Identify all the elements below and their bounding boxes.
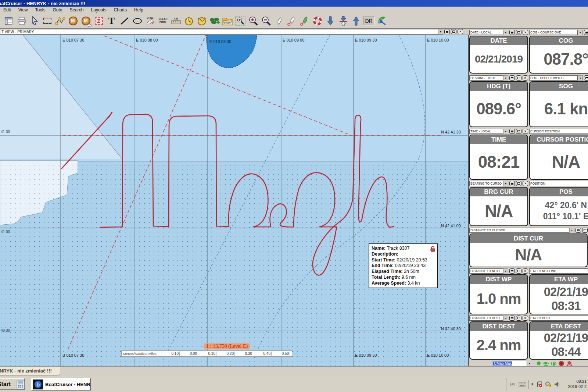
zone-z-icon[interactable]: Z	[92, 14, 105, 28]
arrow-up-icon[interactable]	[349, 14, 362, 28]
home-view-icon[interactable]: HOME	[221, 14, 234, 28]
tray-clock[interactable]: 08:21 2019-02-2	[563, 379, 587, 389]
window-titlebar[interactable]: BoatCruiser - HENRYK - nie zmieniać !!!	[0, 0, 588, 7]
center-vessel-icon[interactable]	[337, 14, 349, 28]
box-minimize-button[interactable]	[584, 30, 588, 35]
box-maximize-button[interactable]	[516, 30, 521, 35]
eta-dest-source-selector[interactable]: ETA TO DEST	[529, 316, 588, 321]
dist-dest-source-selector[interactable]: DISTANCE TO DEST	[469, 316, 503, 321]
box-maximize-button[interactable]	[516, 181, 521, 186]
chart-canvas[interactable]: E 010 07 30 E 010 08 00 E 010 08 30 E 01…	[0, 35, 468, 366]
chart-view-selector[interactable]: T VIEW - PRIMARY	[0, 29, 438, 35]
keyboard-icon[interactable]	[519, 382, 526, 387]
box-close-button[interactable]: ×	[523, 75, 528, 81]
menu-layouts[interactable]: Layouts	[88, 7, 110, 13]
menu-edit[interactable]: Edit	[0, 7, 14, 13]
dist-cur-source-selector[interactable]: DISTANCE TO CURSOR	[469, 228, 569, 233]
chart-view-maximize-button[interactable]	[451, 29, 456, 34]
alert-flag-icon[interactable]	[537, 381, 542, 387]
ellipse-tool-icon[interactable]	[131, 14, 144, 28]
dist-wp-source-selector[interactable]: DISTANCE TO NEXT	[469, 268, 503, 274]
box-minimize-button[interactable]	[576, 228, 581, 233]
route-icon[interactable]	[54, 14, 67, 28]
time-source-selector[interactable]: TIME - LOCAL	[469, 129, 503, 134]
box-maximize-button[interactable]	[582, 228, 588, 233]
menu-view[interactable]: View	[15, 7, 31, 13]
dropdown-arrow-icon[interactable]: ▾	[578, 75, 583, 81]
menu-help[interactable]: Help	[131, 7, 147, 13]
zoom-area-icon[interactable]	[234, 14, 247, 28]
box-close-button[interactable]: ×	[523, 316, 528, 321]
brg-source-selector[interactable]: BEARING TO CURSO	[469, 181, 503, 186]
dropdown-arrow-icon[interactable]: ▾	[503, 316, 508, 321]
mark-m-leaf-icon[interactable]: M	[79, 14, 92, 28]
box-minimize-button[interactable]	[584, 75, 588, 81]
eta-wp-source-selector[interactable]: ETA TO NEXT WP	[529, 268, 588, 274]
radar-icon[interactable]	[375, 14, 388, 28]
dropdown-arrow-icon[interactable]: ▾	[578, 30, 583, 35]
quick-launch-calculator-icon[interactable]	[16, 380, 25, 391]
hdg-source-selector[interactable]: HEADING - TRUE	[469, 75, 503, 81]
box-minimize-button[interactable]	[509, 129, 515, 134]
menu-search[interactable]: Search	[67, 7, 87, 13]
date-source-selector[interactable]: DATE - LOCAL	[469, 30, 503, 35]
chart-table-icon[interactable]	[2, 14, 15, 28]
boat-outline-icon[interactable]	[272, 14, 285, 28]
box-minimize-button[interactable]	[509, 75, 515, 81]
chart-view-close-button[interactable]: ×	[458, 29, 463, 34]
cursor-position-source-selector[interactable]: CURSOR POSITION	[529, 129, 588, 134]
box-close-button[interactable]: ×	[523, 129, 528, 134]
box-close-button[interactable]: ×	[523, 268, 528, 274]
box-minimize-button[interactable]	[509, 316, 515, 321]
pos-source-selector[interactable]: POSITION	[529, 181, 588, 186]
pointer-icon[interactable]	[28, 14, 41, 28]
volume-icon[interactable]	[554, 381, 560, 387]
box-minimize-button[interactable]	[509, 30, 515, 35]
menu-goto[interactable]: Goto	[50, 7, 66, 13]
boat-track-icon[interactable]	[285, 14, 298, 28]
chart-tab[interactable]: NRYK - nie zmieniać !!!	[0, 367, 60, 375]
language-indicator[interactable]: PL	[510, 382, 516, 387]
menu-tools[interactable]: Tools	[32, 7, 49, 13]
sog-source-selector[interactable]: SOG - SPEED OVER G	[529, 75, 578, 81]
text-tool-icon[interactable]: T	[105, 14, 118, 28]
box-maximize-button[interactable]	[516, 129, 521, 134]
world-map-icon[interactable]	[208, 14, 221, 28]
dr-mode-button[interactable]: DR	[362, 14, 375, 28]
box-close-button[interactable]: ×	[523, 30, 528, 35]
arrow-down-icon[interactable]	[324, 14, 337, 28]
dropdown-arrow-icon[interactable]: ▾	[503, 75, 508, 81]
mob-lifebuoy-icon[interactable]	[311, 14, 324, 28]
zoom-out-icon[interactable]	[259, 14, 272, 28]
dropdown-arrow-icon[interactable]: ▾	[503, 129, 508, 134]
zoom-in-icon[interactable]	[247, 14, 259, 28]
box-maximize-button[interactable]	[516, 268, 521, 274]
security-warning-icon[interactable]: ?	[545, 381, 552, 387]
dropdown-arrow-icon[interactable]: ▾	[569, 228, 574, 233]
box-maximize-button[interactable]	[516, 75, 521, 81]
drbl-pencil-icon[interactable]: DRBL	[144, 14, 157, 28]
timer-icon[interactable]	[182, 14, 195, 28]
box-minimize-button[interactable]	[509, 181, 515, 186]
chart-view-dropdown-arrow-icon[interactable]: ▾	[438, 29, 443, 35]
box-minimize-button[interactable]	[509, 268, 515, 274]
dropdown-arrow-icon[interactable]: ▾	[503, 268, 508, 274]
box-maximize-button[interactable]	[516, 316, 521, 321]
box-close-button[interactable]: ×	[523, 181, 528, 186]
chart-view-minimize-button[interactable]	[444, 29, 450, 34]
print-icon[interactable]	[15, 14, 28, 28]
cmap-dropdown-arrow-icon[interactable]: ▾	[527, 361, 532, 366]
mark-m-icon[interactable]: M	[67, 14, 79, 28]
cmap-selector[interactable]: CMap Max	[492, 361, 527, 366]
ruler-ab-icon[interactable]: A B	[169, 14, 182, 28]
collapse-chevron-icon[interactable]: «	[530, 383, 535, 386]
select-rectangle-icon[interactable]	[41, 14, 54, 28]
boat-green-icon[interactable]	[298, 14, 311, 28]
cog-source-selector[interactable]: COG - COURSE OVE	[529, 30, 578, 35]
boatcruiser-task-button[interactable]: b BoatCruiser - HENR...	[31, 378, 91, 391]
line-tool-icon[interactable]	[118, 14, 131, 28]
dropdown-arrow-icon[interactable]: ▾	[503, 181, 508, 186]
clear-drbl-icon[interactable]: CLEARDRBL	[157, 14, 169, 28]
dropdown-arrow-icon[interactable]: ▾	[503, 30, 508, 35]
menu-charts[interactable]: Charts	[111, 7, 130, 13]
